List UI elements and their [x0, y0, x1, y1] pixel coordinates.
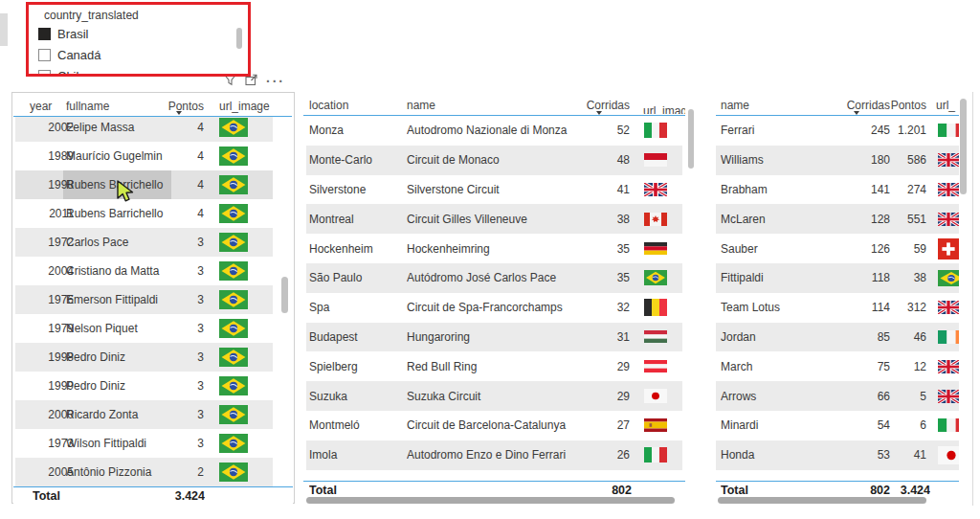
column-header-url-image[interactable]: url_image [643, 103, 685, 114]
drivers-vertical-scrollbar-thumb[interactable] [281, 277, 288, 313]
table-row[interactable]: Brabham141274 [716, 175, 959, 205]
column-header-corridas[interactable]: Corridas [582, 98, 630, 114]
column-header-name[interactable]: name [407, 98, 435, 114]
table-row[interactable]: SuzukaSuzuka Circuit29 [306, 381, 682, 411]
table-row[interactable]: Stewart4931 [716, 470, 959, 477]
corridas-cell: 245 [833, 116, 890, 146]
table-row[interactable]: 2011Rubens Barrichello4 [15, 199, 273, 228]
more-options-icon[interactable]: ··· [266, 77, 285, 86]
pontos-cell: 38 [884, 263, 926, 293]
flag-japan-icon [644, 389, 667, 403]
table-row[interactable]: NürburgNürburgring25 [306, 470, 682, 477]
fullname-cell: Carlos Pace [66, 228, 171, 257]
table-row[interactable]: Ferrari2451.201 [716, 116, 959, 146]
flag-austria-icon [644, 360, 667, 372]
teams-table: nameCorridasPontosurl_Ferrari2451.201Wil… [716, 92, 980, 506]
column-header-pontos[interactable]: Pontos [166, 99, 204, 115]
total-label: Total [721, 483, 748, 497]
flag-uk-icon [938, 390, 959, 403]
total-pontos: 3.424 [884, 483, 930, 497]
table-row[interactable]: MonzaAutodromo Nazionale di Monza52 [306, 116, 682, 146]
slicer-scrollbar-thumb[interactable] [236, 28, 242, 49]
pontos-cell: 3 [166, 343, 204, 372]
table-row[interactable]: 1998Pedro Diniz3 [15, 343, 273, 372]
pontos-cell: 3 [166, 257, 204, 285]
flag-brazil-icon [219, 319, 248, 338]
table-row[interactable]: Jordan8546 [716, 323, 959, 352]
table-row[interactable]: Team Lotus114312 [716, 293, 959, 323]
fullname-cell: Pedro Diniz [66, 372, 171, 400]
column-header-location[interactable]: location [309, 98, 348, 114]
table-row[interactable]: Fittipaldi11838 [716, 263, 959, 293]
slicer-item-label: Brasil [57, 27, 89, 41]
column-header-year[interactable]: year [30, 99, 52, 115]
corridas-cell: 126 [833, 234, 890, 263]
table-row[interactable]: March7512 [716, 351, 959, 381]
table-row[interactable]: BudapestHungaroring31 [306, 323, 682, 352]
column-header-pontos[interactable]: Pontos [888, 98, 926, 114]
circuits-vertical-scrollbar-thumb[interactable] [688, 109, 694, 169]
checkbox-unchecked[interactable] [38, 49, 51, 61]
teams-vertical-scrollbar-thumb[interactable] [960, 99, 967, 194]
table-row[interactable]: 1972Carlos Pace3 [15, 228, 273, 257]
flag-belgium-icon [644, 299, 667, 316]
column-header-url-image[interactable]: url_image [219, 99, 270, 115]
pontos-cell: 46 [884, 323, 926, 352]
table-row[interactable]: 1976Emerson Fittipaldi3 [15, 285, 273, 314]
flag-brazil-icon [219, 290, 248, 309]
table-row[interactable]: 1989Maurício Gugelmin4 [15, 142, 273, 170]
column-header-fullname[interactable]: fullname [66, 99, 109, 115]
name-cell: Autódromo José Carlos Pace [407, 263, 579, 293]
corridas-cell: 32 [582, 293, 630, 323]
name-cell: Honda [721, 440, 826, 470]
table-row[interactable]: Honda5341 [716, 440, 959, 470]
table-row[interactable]: HockenheimHockenheimring35 [306, 234, 682, 263]
slicer-item-chile[interactable]: Chile [38, 66, 86, 77]
corridas-cell: 114 [833, 293, 890, 323]
table-row[interactable]: SilverstoneSilverstone Circuit41 [306, 175, 682, 205]
table-row[interactable]: 2002Felipe Massa4 [15, 117, 273, 142]
table-row[interactable]: 2005Antônio Pizzonia2 [15, 458, 273, 486]
flag-uk-icon [938, 360, 959, 373]
circuits-horizontal-scrollbar[interactable] [306, 497, 675, 504]
table-row[interactable]: Monte-CarloCircuit de Monaco48 [306, 146, 682, 175]
name-cell: Circuit Gilles Villeneuve [407, 204, 579, 234]
table-row[interactable]: São PauloAutódromo José Carlos Pace35 [306, 263, 682, 293]
table-row[interactable]: 1973Wilson Fittipaldi3 [15, 429, 273, 458]
table-row[interactable]: 2000Ricardo Zonta3 [15, 400, 273, 429]
flag-brazil-icon [219, 147, 248, 166]
table-row[interactable]: SpielbergRed Bull Ring29 [306, 351, 682, 381]
slicer-item-label: Canadá [57, 48, 101, 62]
location-cell: Imola [309, 440, 405, 470]
column-header-url-image[interactable]: url_ [936, 98, 955, 114]
total-label: Total [309, 483, 337, 497]
location-cell: Montmeló [309, 411, 405, 440]
table-row[interactable]: 2004Cristiano da Matta3 [15, 257, 273, 285]
table-row[interactable]: Williams180586 [716, 146, 959, 175]
checkbox-checked[interactable] [38, 28, 51, 40]
slicer-item-canad[interactable]: Canadá [38, 45, 101, 64]
teams-horizontal-scrollbar[interactable] [718, 497, 926, 504]
flag-italy-icon [644, 123, 667, 138]
pontos-cell: 3 [166, 372, 204, 400]
table-row[interactable]: 1979Nelson Piquet3 [15, 314, 273, 343]
location-cell: Spielberg [309, 351, 405, 381]
table-row[interactable]: MontrealCircuit Gilles Villeneuve38 [306, 204, 682, 234]
column-header-corridas[interactable]: Corridas [842, 98, 890, 114]
table-row[interactable]: Minardi546 [716, 411, 959, 440]
table-row[interactable]: Sauber12659 [716, 234, 959, 263]
corridas-cell: 35 [582, 234, 630, 263]
table-row[interactable]: 1999Pedro Diniz3 [15, 372, 273, 400]
table-row[interactable]: Arrows665 [716, 381, 959, 411]
flag-monaco-icon [644, 153, 667, 167]
pontos-cell: 4 [166, 170, 204, 199]
slicer-item-brasil[interactable]: Brasil [38, 24, 89, 43]
table-row[interactable]: McLaren128551 [716, 204, 959, 234]
checkbox-unchecked[interactable] [38, 70, 51, 78]
table-row[interactable]: 1998Rubens Barrichello4 [15, 170, 273, 199]
table-row[interactable]: SpaCircuit de Spa-Francorchamps32 [306, 293, 682, 323]
table-row[interactable]: MontmelóCircuit de Barcelona-Catalunya27 [306, 411, 682, 440]
column-header-name[interactable]: name [721, 98, 749, 114]
table-row[interactable]: ImolaAutodromo Enzo e Dino Ferrari26 [306, 440, 682, 470]
circuits-table: locationnameCorridasurl_imageMonzaAutodr… [301, 92, 696, 506]
